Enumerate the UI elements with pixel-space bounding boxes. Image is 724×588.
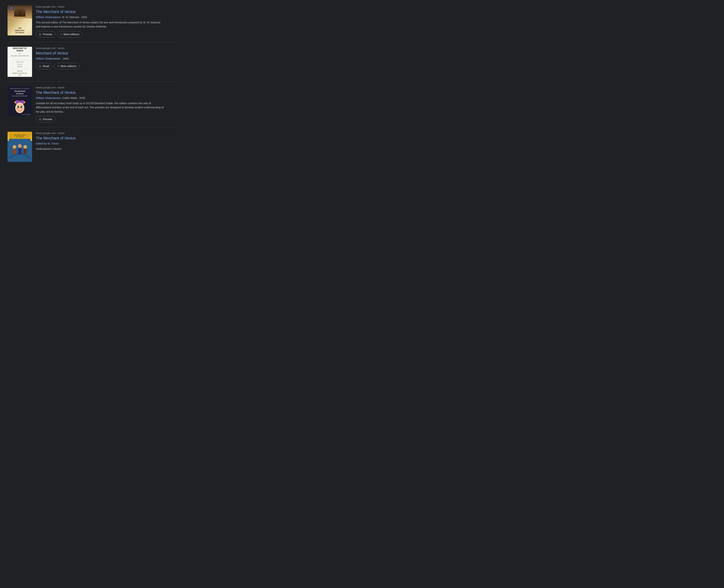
cover-3-top-text: WORDSWORTH CLASSICS The Merchantof Venic… — [10, 88, 29, 97]
cover-4-top-text: THE MERCHANTOF VENICE — [10, 134, 29, 138]
svg-rect-17 — [24, 149, 26, 154]
author-link-1[interactable]: William Shakespeare — [36, 16, 61, 19]
svg-point-9 — [16, 108, 18, 110]
cover-2-body: NEW YORKPUBLICLIBRARY EDITIONROBERT LACH… — [12, 59, 27, 76]
breadcrumb-section-4: books — [58, 132, 64, 134]
more-editions-icon-2: ≡ — [57, 65, 59, 68]
preview-icon-3: ⊟ — [39, 118, 41, 121]
svg-point-16 — [23, 145, 27, 149]
book-cover-1: NCS THEMERCHANTOF VENICE — [7, 5, 32, 36]
more-editions-button-1[interactable]: ≡ More editions — [57, 31, 83, 38]
svg-point-10 — [21, 108, 23, 110]
preview-label-3: Preview — [43, 118, 52, 121]
breadcrumb-site-3: books.google.com — [36, 86, 56, 89]
jester-svg — [11, 98, 28, 115]
book-description-3: Suitable for all secondary level study u… — [36, 101, 164, 114]
breadcrumb-4: books.google.com › books — [36, 132, 177, 134]
result-content-1: books.google.com › books The Merchant of… — [36, 5, 177, 38]
read-label-2: Read — [43, 65, 49, 68]
meta-extra-1: , M. M. Mahood · 2003 — [61, 16, 87, 19]
breadcrumb-site-4: books.google.com — [36, 132, 56, 134]
breadcrumb-1: books.google.com › books — [36, 5, 177, 8]
cover-2-author: byWILLIAM SHAKESPEARE — [11, 53, 29, 57]
result-content-4: books.google.com › books The Merchant of… — [36, 132, 177, 162]
cover-4-banner: THE MERCHANTOF VENICE — [9, 133, 31, 139]
breadcrumb-section-2: books — [58, 47, 64, 49]
svg-point-6 — [18, 107, 19, 107]
svg-rect-13 — [13, 149, 16, 154]
book-title-3[interactable]: The Merchant of Venice — [36, 90, 177, 95]
book-cover-2: MERCHANT OF VENICE byWILLIAM SHAKESPEARE… — [7, 47, 32, 77]
meta-extra-3: , Cedric Watts · 2000 — [61, 97, 85, 100]
result-item-2: MERCHANT OF VENICE byWILLIAM SHAKESPEARE… — [7, 42, 177, 82]
breadcrumb-chevron-4: › — [57, 132, 57, 134]
results-list: NCS THEMERCHANTOF VENICE books.google.co… — [7, 4, 177, 166]
svg-point-2 — [24, 102, 25, 103]
book-cover-3: WORDSWORTH CLASSICS The Merchantof Venic… — [7, 86, 32, 116]
book-meta-2: William Shakespeare · 1843 — [36, 57, 177, 61]
preview-button-1[interactable]: ⊟ Preview — [36, 31, 56, 38]
preview-button-3[interactable]: ⊟ Preview — [36, 116, 56, 123]
book-title-1[interactable]: The Merchant of Venice — [36, 9, 177, 14]
book-meta-1: William Shakespeare, M. M. Mahood · 2003 — [36, 15, 177, 19]
preview-icon-1: ⊟ — [39, 33, 41, 36]
svg-point-14 — [18, 144, 22, 148]
svg-point-1 — [15, 102, 16, 103]
preview-label-1: Preview — [43, 33, 52, 36]
breadcrumb-section-3: books — [58, 86, 64, 89]
svg-rect-15 — [18, 148, 21, 154]
action-buttons-2: ⊟ Read ≡ More editions — [36, 63, 177, 69]
book-cover-4: THE MERCHANTOF VENICE — [7, 132, 32, 162]
breadcrumb-site: books.google.com — [36, 5, 56, 8]
author-link-2[interactable]: William Shakespeare — [36, 57, 61, 60]
svg-point-3 — [15, 103, 24, 113]
action-buttons-3: ⊟ Preview — [36, 116, 177, 123]
result-item: NCS THEMERCHANTOF VENICE books.google.co… — [7, 4, 177, 42]
ncs-badge: NCS — [9, 7, 14, 9]
result-content-2: books.google.com › books Merchant of Ven… — [36, 47, 177, 77]
svg-point-8 — [19, 108, 20, 109]
breadcrumb-site-2: books.google.com — [36, 47, 56, 49]
cover-4-image — [9, 139, 31, 160]
cover-4-svg — [9, 139, 31, 160]
book-meta-3: William Shakespeare, Cedric Watts · 2000 — [36, 96, 177, 100]
book-title-4[interactable]: The Merchant of Venice — [36, 135, 177, 141]
breadcrumb-chevron: › — [57, 6, 57, 8]
breadcrumb-3: books.google.com › books — [36, 86, 177, 89]
edited-by-4[interactable]: Edited by W. Turner — [36, 142, 59, 145]
book-title-2[interactable]: Merchant of Venice — [36, 51, 177, 56]
book-description-4: shakespeare's stories. — [36, 147, 164, 151]
more-editions-label-1: More editions — [63, 33, 79, 36]
more-editions-label-2: More editions — [61, 65, 76, 68]
breadcrumb-chevron-2: › — [57, 47, 57, 49]
author-link-3[interactable]: William Shakespeare — [36, 97, 61, 100]
more-editions-button-2[interactable]: ≡ More editions — [54, 63, 79, 69]
book-meta-4: Edited by W. Turner — [36, 142, 177, 146]
breadcrumb-2: books.google.com › books — [36, 47, 177, 49]
cover-2-title: MERCHANT OF VENICE — [10, 47, 30, 52]
cover-3-footer: to Sir Cedric — [22, 113, 31, 115]
more-editions-icon-1: ≡ — [61, 33, 62, 36]
book-description-1: This second edition of The Merchant of V… — [36, 20, 164, 29]
svg-point-7 — [21, 107, 22, 107]
result-item-4: THE MERCHANTOF VENICE — [7, 127, 177, 166]
meta-extra-2: · 1843 — [61, 57, 69, 60]
action-buttons-1: ⊟ Preview ≡ More editions — [36, 31, 177, 38]
breadcrumb-chevron-3: › — [57, 86, 57, 88]
result-content-3: books.google.com › books The Merchant of… — [36, 86, 177, 123]
read-icon-2: ⊟ — [39, 65, 41, 68]
read-button-2[interactable]: ⊟ Read — [36, 63, 52, 69]
svg-point-12 — [13, 145, 16, 149]
result-item-3: WORDSWORTH CLASSICS The Merchantof Venic… — [7, 82, 177, 127]
breadcrumb-section: books — [58, 5, 64, 8]
cover-1-text: THEMERCHANTOF VENICE — [7, 27, 32, 34]
